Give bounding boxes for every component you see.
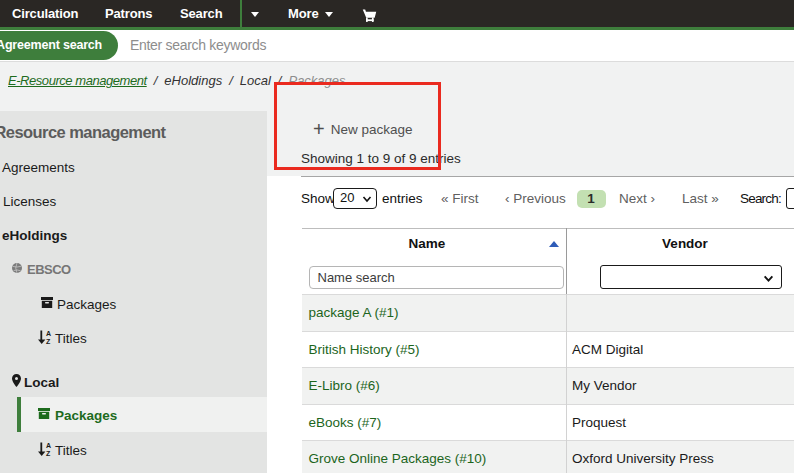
svg-text:A: A [46,442,51,449]
svg-text:Z: Z [46,338,51,345]
svg-text:A: A [46,330,51,337]
svg-text:Z: Z [46,450,51,457]
